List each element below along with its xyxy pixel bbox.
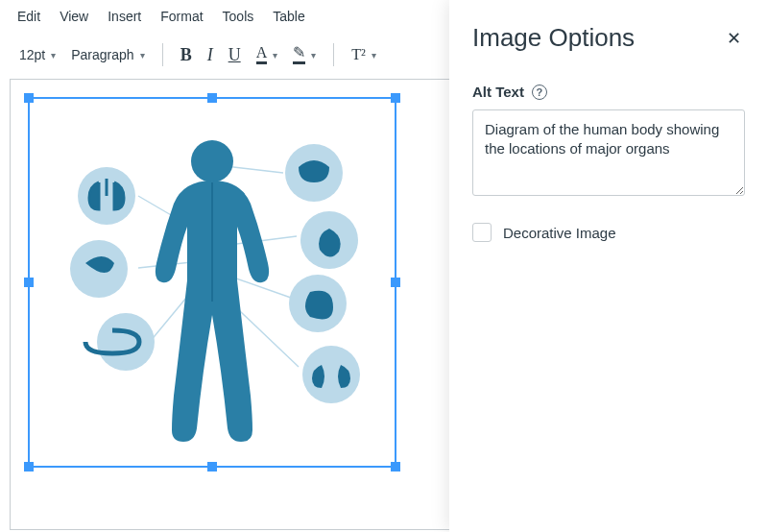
svg-point-9 — [97, 313, 155, 371]
human-body-diagram-icon — [30, 100, 395, 465]
svg-point-13 — [302, 346, 360, 403]
bold-icon: B — [180, 45, 192, 65]
chevron-down-icon: ▾ — [140, 50, 145, 60]
checkbox-box[interactable] — [472, 223, 492, 242]
text-color-button[interactable]: A ▾ — [251, 41, 284, 68]
toolbar-separator — [162, 43, 163, 66]
bold-button[interactable]: B — [175, 41, 198, 69]
close-icon[interactable]: ✕ — [723, 26, 745, 51]
resize-handle-mr[interactable] — [391, 278, 400, 287]
font-size-label: 12pt — [19, 47, 45, 62]
resize-handle-tr[interactable] — [391, 93, 400, 103]
alt-text-label-text: Alt Text — [472, 84, 524, 100]
menu-tools[interactable]: Tools — [213, 3, 264, 30]
menu-table[interactable]: Table — [263, 3, 314, 30]
highlight-icon: ✎ — [293, 45, 305, 64]
chevron-down-icon: ▾ — [51, 50, 56, 60]
image-illustration — [30, 99, 395, 466]
resize-handle-tl[interactable] — [24, 93, 34, 103]
highlight-button[interactable]: ✎ ▾ — [287, 41, 322, 68]
text-color-icon: A — [256, 45, 268, 64]
superscript-icon: T² — [351, 46, 366, 63]
superscript-button[interactable]: T² ▾ — [346, 42, 382, 67]
alt-text-input[interactable] — [472, 109, 745, 196]
block-format-label: Paragraph — [71, 47, 133, 62]
menu-format[interactable]: Format — [151, 3, 212, 30]
font-size-dropdown[interactable]: 12pt ▾ — [13, 43, 61, 66]
resize-handle-ml[interactable] — [24, 278, 34, 287]
alt-text-label: Alt Text ? — [472, 84, 745, 100]
resize-handle-tm[interactable] — [207, 93, 217, 103]
menu-edit[interactable]: Edit — [8, 3, 50, 30]
resize-handle-br[interactable] — [391, 462, 400, 472]
resize-handle-bm[interactable] — [207, 462, 217, 472]
chevron-down-icon: ▾ — [311, 50, 316, 60]
italic-icon: I — [207, 45, 213, 65]
menu-view[interactable]: View — [50, 3, 98, 30]
chevron-down-icon: ▾ — [372, 50, 376, 60]
toolbar-separator — [333, 43, 334, 66]
underline-button[interactable]: U — [223, 41, 247, 69]
image-options-panel: Image Options ✕ Alt Text ? Decorative Im… — [449, 0, 768, 532]
underline-icon: U — [228, 45, 241, 65]
italic-button[interactable]: I — [202, 41, 219, 69]
decorative-image-checkbox[interactable]: Decorative Image — [472, 223, 745, 242]
svg-point-14 — [191, 140, 233, 182]
block-format-dropdown[interactable]: Paragraph ▾ — [65, 43, 150, 66]
chevron-down-icon: ▾ — [273, 50, 277, 60]
menu-insert[interactable]: Insert — [98, 3, 151, 30]
selected-image[interactable] — [28, 97, 396, 468]
resize-handle-bl[interactable] — [24, 462, 34, 472]
panel-title: Image Options — [472, 23, 635, 53]
help-icon[interactable]: ? — [532, 85, 547, 100]
decorative-image-label: Decorative Image — [503, 225, 616, 241]
